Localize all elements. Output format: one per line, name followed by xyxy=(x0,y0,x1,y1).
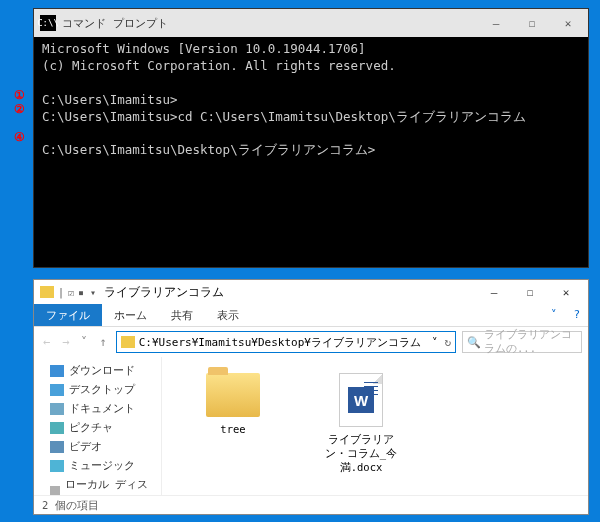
command-prompt-window: C:\\ コマンド プロンプト — ☐ ✕ Microsoft Windows … xyxy=(33,8,589,268)
content-pane[interactable]: tree W ライブラリアン・コラム_今満.docx xyxy=(162,357,588,495)
document-icon xyxy=(50,403,64,415)
cmd-title-text: コマンド プロンプト xyxy=(62,16,478,31)
video-icon xyxy=(50,441,64,453)
nav-forward-button[interactable]: → xyxy=(59,335,72,349)
navigation-pane: ダウンロード デスクトップ ドキュメント ピクチャ ビデオ ミュージック ローカ… xyxy=(34,357,162,495)
cmd-minimize-button[interactable]: — xyxy=(478,11,514,35)
search-input[interactable]: 🔍 ライブラリアンコラムの... xyxy=(462,331,582,353)
status-item-count: 2 個の項目 xyxy=(42,499,99,513)
cmd-maximize-button[interactable]: ☐ xyxy=(514,11,550,35)
sidebar-item-videos[interactable]: ビデオ xyxy=(34,437,161,456)
tab-file[interactable]: ファイル xyxy=(34,304,102,326)
folder-icon xyxy=(121,336,135,348)
folder-item-tree[interactable]: tree xyxy=(190,373,276,435)
ribbon-collapse-button[interactable]: ˅ xyxy=(543,304,565,326)
ribbon-tabs: ファイル ホーム 共有 表示 ˅ ? xyxy=(34,304,588,327)
address-bar[interactable]: C:¥Users¥Imamitsu¥Desktop¥ライブラリアンコラム ˅ ↻ xyxy=(116,331,456,353)
annotation-2: ② xyxy=(14,102,25,116)
address-row: ← → ˅ ↑ C:¥Users¥Imamitsu¥Desktop¥ライブラリア… xyxy=(34,327,588,357)
nav-up-button[interactable]: ↑ xyxy=(96,335,109,349)
annotation-4: ④ xyxy=(14,130,25,144)
tab-home[interactable]: ホーム xyxy=(102,304,159,326)
explorer-title-text: ライブラリアンコラム xyxy=(104,285,476,300)
explorer-minimize-button[interactable]: — xyxy=(476,281,512,303)
tab-share[interactable]: 共有 xyxy=(159,304,205,326)
file-item-docx[interactable]: W ライブラリアン・コラム_今満.docx xyxy=(318,373,404,475)
word-document-icon: W xyxy=(339,373,383,427)
download-icon xyxy=(50,365,64,377)
file-label: ライブラリアン・コラム_今満.docx xyxy=(318,433,404,475)
qat-check-icon[interactable]: ☑ xyxy=(68,287,74,298)
desktop-icon xyxy=(50,384,64,396)
explorer-window: | ☑ ▪ ▾ ライブラリアンコラム — ☐ ✕ ファイル ホーム 共有 表示 … xyxy=(33,279,589,515)
folder-label: tree xyxy=(220,423,245,435)
music-icon xyxy=(50,460,64,472)
refresh-button[interactable]: ↻ xyxy=(444,336,451,349)
search-icon: 🔍 xyxy=(467,336,481,349)
explorer-titlebar[interactable]: | ☑ ▪ ▾ ライブラリアンコラム — ☐ ✕ xyxy=(34,280,588,304)
status-bar: 2 個の項目 xyxy=(34,495,588,515)
tab-view[interactable]: 表示 xyxy=(205,304,251,326)
explorer-close-button[interactable]: ✕ xyxy=(548,281,584,303)
address-dropdown-icon[interactable]: ˅ xyxy=(432,336,438,349)
cmd-close-button[interactable]: ✕ xyxy=(550,11,586,35)
cmd-icon: C:\\ xyxy=(40,15,56,31)
disk-icon xyxy=(50,486,60,495)
sidebar-item-desktop[interactable]: デスクトップ xyxy=(34,380,161,399)
explorer-maximize-button[interactable]: ☐ xyxy=(512,281,548,303)
annotation-1: ① xyxy=(14,88,25,102)
address-path[interactable]: C:¥Users¥Imamitsu¥Desktop¥ライブラリアンコラム xyxy=(139,335,433,350)
sidebar-item-downloads[interactable]: ダウンロード xyxy=(34,361,161,380)
folder-icon xyxy=(40,286,54,298)
qat-dropdown-icon[interactable]: ▪ ▾ xyxy=(78,287,96,298)
sidebar-item-localdisk[interactable]: ローカル ディスク (C:) xyxy=(34,475,161,495)
cmd-output[interactable]: Microsoft Windows [Version 10.0.19044.17… xyxy=(34,37,588,163)
help-button[interactable]: ? xyxy=(565,304,588,326)
cmd-titlebar[interactable]: C:\\ コマンド プロンプト — ☐ ✕ xyxy=(34,9,588,37)
sidebar-item-documents[interactable]: ドキュメント xyxy=(34,399,161,418)
folder-icon xyxy=(206,373,260,417)
search-placeholder: ライブラリアンコラムの... xyxy=(484,328,577,356)
nav-recent-dropdown[interactable]: ˅ xyxy=(78,335,90,349)
picture-icon xyxy=(50,422,64,434)
sidebar-item-pictures[interactable]: ピクチャ xyxy=(34,418,161,437)
quick-access-toolbar: | ☑ ▪ ▾ xyxy=(40,286,96,298)
sidebar-item-music[interactable]: ミュージック xyxy=(34,456,161,475)
qat-divider: | xyxy=(58,287,64,298)
nav-back-button[interactable]: ← xyxy=(40,335,53,349)
